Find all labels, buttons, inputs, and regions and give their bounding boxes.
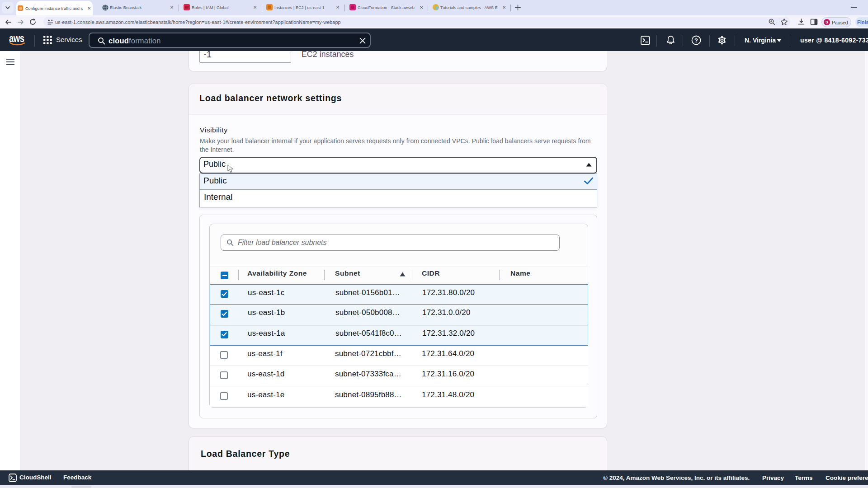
svg-text:?: ? [694,37,698,44]
